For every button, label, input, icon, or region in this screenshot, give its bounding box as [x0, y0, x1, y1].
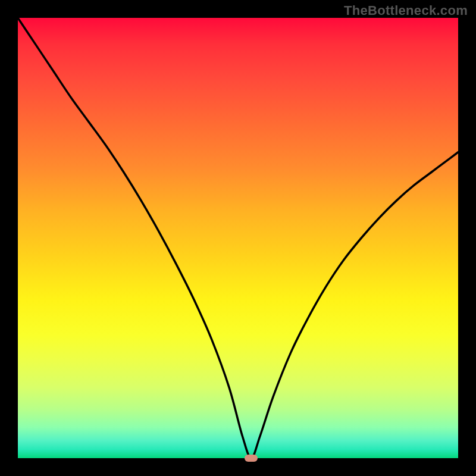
- bottleneck-curve: [18, 18, 458, 458]
- watermark-text: TheBottleneck.com: [344, 3, 468, 18]
- chart-frame: TheBottleneck.com: [0, 0, 476, 476]
- plot-area: [18, 18, 458, 458]
- optimal-balance-marker: [245, 455, 258, 462]
